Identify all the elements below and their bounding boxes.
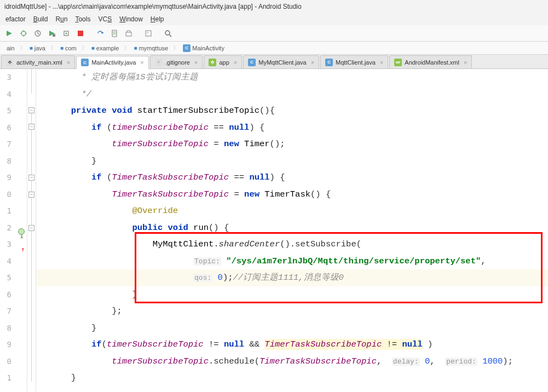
title-text: idroidMqttUse] - ...\app\src\main\java\c… (4, 3, 302, 10)
tab-mainactivity[interactable]: CMainActivity.java× (76, 56, 149, 69)
menu-run[interactable]: Run (52, 14, 71, 24)
close-icon[interactable]: × (234, 59, 237, 66)
resource-button[interactable] (142, 27, 154, 39)
attach-button[interactable] (60, 27, 72, 39)
sync-button[interactable] (94, 27, 106, 39)
avd-button[interactable] (108, 27, 120, 39)
menu-window[interactable]: Window (116, 14, 146, 24)
close-icon[interactable]: × (67, 59, 70, 66)
svg-point-15 (165, 31, 170, 35)
crumb-mymqttuse[interactable]: ■mymqttuse (130, 44, 171, 52)
coverage-button[interactable] (46, 27, 58, 39)
tab-app[interactable]: ⬘app× (204, 55, 242, 68)
search-button[interactable] (162, 27, 174, 39)
close-icon[interactable]: × (140, 59, 143, 66)
svg-point-8 (66, 32, 67, 34)
main-menu: efactor Build Run Tools VCS Window Help (0, 13, 548, 25)
main-toolbar (0, 25, 548, 42)
svg-rect-14 (147, 32, 148, 33)
code-editor[interactable]: 3 4 5 6 7 8 9 0 1 2↑ 3 4 5 6 7 8 9 0 1 −… (0, 69, 548, 392)
debug-button[interactable] (18, 27, 30, 39)
svg-rect-9 (78, 31, 83, 36)
tab-manifest[interactable]: MFAndroidManifest.xml× (389, 55, 472, 68)
stop-button[interactable] (74, 27, 86, 39)
menu-refactor[interactable]: efactor (2, 14, 29, 24)
menu-build[interactable]: Build (30, 14, 51, 24)
fold-toggle[interactable]: − (28, 107, 34, 113)
svg-rect-11 (113, 31, 116, 34)
window-title: idroidMqttUse] - ...\app\src\main\java\c… (0, 0, 548, 13)
menu-tools[interactable]: Tools (72, 14, 94, 24)
close-icon[interactable]: × (380, 59, 383, 66)
profile-button[interactable] (32, 27, 44, 39)
tab-gitignore[interactable]: ≡.gitignore× (150, 55, 203, 68)
close-icon[interactable]: × (311, 59, 314, 66)
svg-rect-12 (126, 32, 131, 36)
tab-mqttclient[interactable]: CMqttClient.java× (320, 55, 388, 68)
fold-toggle[interactable]: − (28, 124, 34, 130)
navigation-breadcrumb: ain〉 ■java〉 ■com〉 ■example〉 ■mymqttuse〉 … (0, 42, 548, 55)
svg-rect-6 (53, 34, 55, 37)
crumb-com[interactable]: ■com (57, 44, 80, 52)
crumb-mainactivity[interactable]: CMainActivity (180, 44, 228, 53)
line-gutter: 3 4 5 6 7 8 9 0 1 2↑ 3 4 5 6 7 8 9 0 1 (0, 69, 27, 392)
menu-vcs[interactable]: VCS (95, 14, 115, 24)
close-icon[interactable]: × (194, 59, 198, 66)
run-button[interactable] (3, 27, 15, 39)
crumb-example[interactable]: ■example (88, 44, 123, 52)
code-content[interactable]: * 定时器每隔1S尝试订阅主题 */ private void startTim… (36, 69, 548, 392)
fold-toggle[interactable]: − (28, 175, 34, 181)
fold-column: − − − − − (27, 69, 36, 392)
editor-tabs: ⬘activity_main.xml× CMainActivity.java× … (0, 55, 548, 69)
svg-point-0 (21, 31, 26, 36)
close-icon[interactable]: × (464, 59, 467, 66)
tab-activity-main[interactable]: ⬘activity_main.xml× (1, 55, 75, 68)
inspection-icon[interactable] (18, 228, 25, 235)
svg-line-16 (169, 34, 171, 37)
tab-mymqttclient[interactable]: CMyMqttClient.java× (243, 55, 319, 68)
crumb-java[interactable]: ■java (26, 44, 49, 52)
sdk-button[interactable] (123, 27, 135, 39)
crumb-ain[interactable]: ain (3, 44, 18, 52)
menu-help[interactable]: Help (147, 14, 168, 24)
fold-toggle[interactable]: − (28, 192, 34, 198)
fold-toggle[interactable]: − (28, 225, 34, 231)
